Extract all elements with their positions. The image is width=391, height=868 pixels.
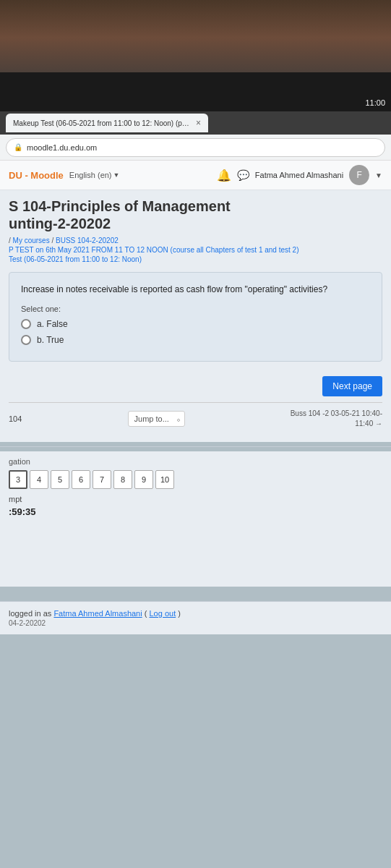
breadcrumb-line3: Test (06-05-2021 from 11:00 to 12: Noon): [9, 255, 382, 263]
nav-page-btn-5[interactable]: 5: [51, 470, 69, 489]
browser-tab[interactable]: Makeup Test (06-05-2021 from 11:00 to 12…: [6, 114, 208, 132]
footer-logged-in: logged in as Fatma Ahmed Almashani ( Log…: [9, 609, 382, 618]
nav-page-btn-9[interactable]: 9: [134, 470, 153, 489]
nav-page-btn-10[interactable]: 10: [155, 470, 174, 489]
course-info-line1: Buss 104 -2 03-05-21 10:40-: [291, 409, 382, 419]
jump-wrapper: Jump to...: [128, 411, 185, 427]
page-title: S 104-Principles of Management unting-2-…: [9, 197, 382, 232]
address-bar[interactable]: 🔒 moodle1.du.edu.om: [6, 138, 385, 157]
notification-icon[interactable]: 🔔: [217, 169, 231, 182]
footer-logout-link[interactable]: Log out: [149, 609, 176, 618]
messages-icon[interactable]: 💬: [237, 169, 249, 181]
option-a-radio[interactable]: [21, 319, 31, 329]
avatar-initial: F: [356, 170, 361, 180]
status-time: 11:00: [365, 98, 385, 107]
option-b-radio[interactable]: [21, 335, 31, 345]
option-a-label: a. False: [37, 319, 68, 329]
close-tab-button[interactable]: ×: [196, 118, 201, 128]
nav-page-btn-3[interactable]: 3: [9, 470, 27, 489]
footer-logged-in-text: logged in as: [9, 609, 51, 618]
address-bar-row: 🔒 moodle1.du.edu.om: [0, 135, 391, 161]
language-selector[interactable]: English (en) ▼: [69, 171, 120, 179]
bottom-bar: 104 Jump to... Buss 104 -2 03-05-21 10:4…: [9, 402, 382, 435]
spacer: [0, 529, 391, 587]
tab-title: Makeup Test (06-05-2021 from 11:00 to 12…: [13, 119, 190, 127]
breadcrumb-course-link[interactable]: BUSS 104-2-20202: [56, 237, 119, 244]
nav-page-btn-6[interactable]: 6: [72, 470, 90, 489]
option-b-row: b. True: [21, 335, 370, 345]
status-bar: 11:00: [0, 94, 391, 111]
avatar[interactable]: F: [349, 165, 369, 185]
breadcrumb-line2: P TEST on 6th May 2021 FROM 11 TO 12 NOO…: [9, 246, 382, 254]
moodle-logo: DU - Moodle: [9, 170, 64, 181]
language-label: English (en): [69, 171, 112, 179]
browser-tab-bar: Makeup Test (06-05-2021 from 11:00 to 12…: [0, 111, 391, 135]
page-content: S 104-Principles of Management unting-2-…: [0, 190, 391, 442]
breadcrumb3-link[interactable]: Test (06-05-2021 from 11:00 to 12: Noon): [9, 255, 142, 263]
question-card: Increase in notes receivable is reported…: [9, 272, 382, 362]
nav-row: Next page: [9, 370, 382, 399]
page-number: 104: [9, 414, 22, 423]
timer-display: :59:35: [9, 506, 382, 517]
device-chrome: [0, 0, 391, 94]
option-a-row: a. False: [21, 319, 370, 329]
footer-user-link[interactable]: Fatma Ahmed Almashani: [53, 609, 142, 618]
footer-sub: 04-2-20202: [9, 619, 382, 627]
nav-page-btn-7[interactable]: 7: [93, 470, 111, 489]
user-dropdown-icon[interactable]: ▼: [375, 171, 382, 179]
footer-paren-open: (: [145, 609, 147, 618]
nav-pages: 345678910: [9, 470, 382, 489]
page-footer: logged in as Fatma Ahmed Almashani ( Log…: [0, 601, 391, 634]
user-area: 🔔 💬 Fatma Ahmed Almashani F ▼: [217, 165, 382, 185]
breadcrumb-mycourses-link[interactable]: My courses: [13, 237, 50, 244]
breadcrumb2-link[interactable]: P TEST on 6th May 2021 FROM 11 TO 12 NOO…: [9, 246, 298, 254]
course-info-line2: 11:40 →: [291, 419, 382, 429]
select-one-label: Select one:: [21, 305, 370, 313]
next-page-button[interactable]: Next page: [322, 376, 382, 396]
user-name-label: Fatma Ahmed Almashani: [255, 171, 343, 179]
chevron-down-icon: ▼: [113, 171, 120, 179]
title-line2: unting-2-20202: [9, 216, 111, 231]
quiz-nav-section: gation 345678910 mpt :59:35: [0, 451, 391, 529]
url-text: moodle1.du.edu.om: [27, 143, 97, 152]
breadcrumb: / My courses / BUSS 104-2-20202: [9, 237, 382, 244]
quiz-nav-title: gation: [9, 457, 382, 466]
logo-area: DU - Moodle English (en) ▼: [9, 170, 119, 181]
lock-icon: 🔒: [14, 143, 22, 151]
option-b-label: b. True: [37, 335, 64, 345]
title-line1: S 104-Principles of Management: [9, 198, 231, 214]
nav-page-btn-4[interactable]: 4: [30, 470, 48, 489]
question-text: Increase in notes receivable is reported…: [21, 283, 370, 296]
moodle-header: DU - Moodle English (en) ▼ 🔔 💬 Fatma Ahm…: [0, 161, 391, 190]
divider: [0, 446, 391, 447]
jump-to-select[interactable]: Jump to...: [128, 411, 185, 427]
nav-page-btn-8[interactable]: 8: [113, 470, 132, 489]
course-info: Buss 104 -2 03-05-21 10:40- 11:40 →: [291, 409, 382, 429]
footer-paren-close: ): [178, 609, 181, 618]
attempt-label: mpt: [9, 495, 382, 503]
